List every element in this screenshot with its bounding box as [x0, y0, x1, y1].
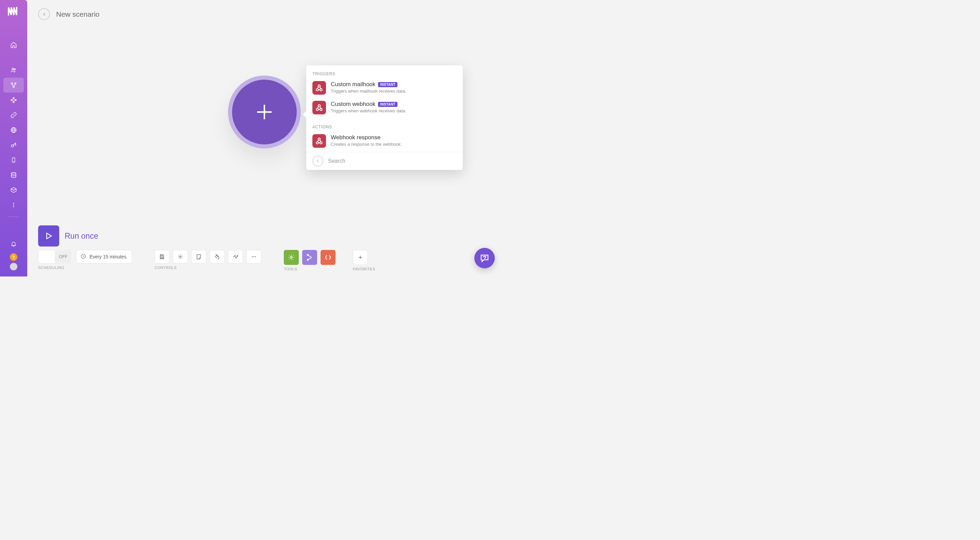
popup-search-row: [306, 152, 463, 170]
schedule-text: Every 15 minutes.: [89, 254, 127, 260]
svg-point-29: [290, 256, 292, 258]
canvas-center: [228, 76, 301, 148]
run-once-button[interactable]: [38, 225, 59, 247]
sidebar-connections[interactable]: [3, 108, 24, 123]
save-button[interactable]: [154, 250, 169, 264]
favorites-label: FAVORITES: [353, 267, 375, 271]
trigger-custom-webhook[interactable]: Custom webhook INSTANT Triggers when web…: [306, 99, 463, 118]
svg-point-10: [13, 203, 14, 204]
item-title: Custom mailhook: [331, 81, 375, 88]
sidebar-home[interactable]: [3, 37, 24, 53]
help-badge[interactable]: ?: [10, 253, 18, 261]
item-desc: Triggers when webhook receives data.: [331, 108, 406, 113]
tools-label: TOOLS: [284, 267, 336, 271]
item-title: Custom webhook: [331, 101, 375, 108]
sidebar-webhooks[interactable]: [3, 123, 24, 137]
add-module-outer: [228, 76, 301, 148]
text-parser-button[interactable]: [321, 250, 336, 265]
explain-button[interactable]: [228, 250, 243, 264]
action-webhook-response[interactable]: Webhook response Creates a response to t…: [306, 132, 463, 152]
add-module-button[interactable]: [232, 80, 297, 144]
app-logo: [8, 6, 19, 17]
header: New scenario: [38, 8, 99, 20]
svg-point-24: [180, 256, 181, 258]
webhook-icon: [312, 101, 326, 115]
bottom-toolbar: Run once OFF Every 15 minutes. SCHEDULIN…: [38, 225, 493, 271]
webhook-icon: [312, 81, 326, 95]
settings-button[interactable]: [173, 250, 188, 264]
popup-back-button[interactable]: [312, 156, 323, 167]
svg-point-27: [253, 256, 255, 257]
flow-control-button[interactable]: [302, 250, 317, 265]
instant-badge: INSTANT: [378, 102, 398, 107]
more-controls-button[interactable]: [247, 250, 261, 264]
svg-point-31: [307, 260, 309, 261]
svg-point-26: [252, 256, 253, 257]
sidebar-templates[interactable]: [3, 92, 24, 108]
svg-point-9: [11, 173, 16, 174]
user-avatar[interactable]: [10, 263, 18, 270]
autoalign-button[interactable]: [210, 250, 224, 264]
sidebar-team[interactable]: [3, 63, 24, 78]
sidebar-notifications[interactable]: [3, 236, 24, 251]
module-picker-popup: TRIGGERS Custom mailhook INSTANT Trigger…: [306, 65, 463, 170]
item-title: Webhook response: [331, 134, 380, 141]
section-triggers-label: TRIGGERS: [306, 65, 463, 79]
sidebar-datastores[interactable]: [3, 167, 24, 183]
sidebar-keys[interactable]: [3, 137, 24, 153]
item-desc: Triggers when mailhook receives data.: [331, 89, 406, 94]
webhook-icon: [312, 134, 326, 148]
clock-icon: [81, 254, 86, 260]
sidebar-divider: [8, 217, 19, 217]
svg-point-28: [255, 256, 256, 257]
svg-point-11: [13, 205, 14, 205]
section-actions-label: ACTIONS: [306, 118, 463, 132]
sidebar-scenarios[interactable]: [3, 78, 24, 92]
svg-point-1: [14, 68, 15, 70]
scheduling-toggle[interactable]: OFF: [38, 250, 73, 264]
instant-badge: INSTANT: [378, 82, 398, 87]
schedule-setting[interactable]: Every 15 minutes.: [76, 250, 132, 264]
help-chat-button[interactable]: [474, 248, 495, 268]
sidebar-more[interactable]: [3, 198, 24, 212]
sidebar-functions[interactable]: [3, 183, 24, 198]
svg-marker-22: [47, 233, 51, 239]
toggle-state: OFF: [55, 251, 72, 263]
item-desc: Creates a response to the webhook.: [331, 142, 402, 147]
svg-point-25: [237, 255, 238, 256]
add-favorite-button[interactable]: [353, 250, 368, 265]
back-button[interactable]: [38, 8, 50, 20]
svg-point-12: [13, 206, 14, 207]
tools-button[interactable]: [284, 250, 299, 265]
popup-arrow: [303, 111, 306, 118]
svg-point-30: [307, 254, 309, 256]
controls-label: CONTROLS: [154, 266, 261, 270]
notes-button[interactable]: [191, 250, 206, 264]
sidebar-devices[interactable]: [3, 153, 24, 167]
sidebar: ?: [0, 0, 27, 276]
popup-search-input[interactable]: [328, 158, 457, 164]
scheduling-label: SCHEDULING: [38, 266, 132, 270]
svg-point-0: [12, 68, 14, 70]
page-title: New scenario: [56, 10, 99, 18]
svg-point-6: [11, 145, 14, 147]
run-once-label: Run once: [65, 231, 98, 241]
trigger-custom-mailhook[interactable]: Custom mailhook INSTANT Triggers when ma…: [306, 79, 463, 99]
